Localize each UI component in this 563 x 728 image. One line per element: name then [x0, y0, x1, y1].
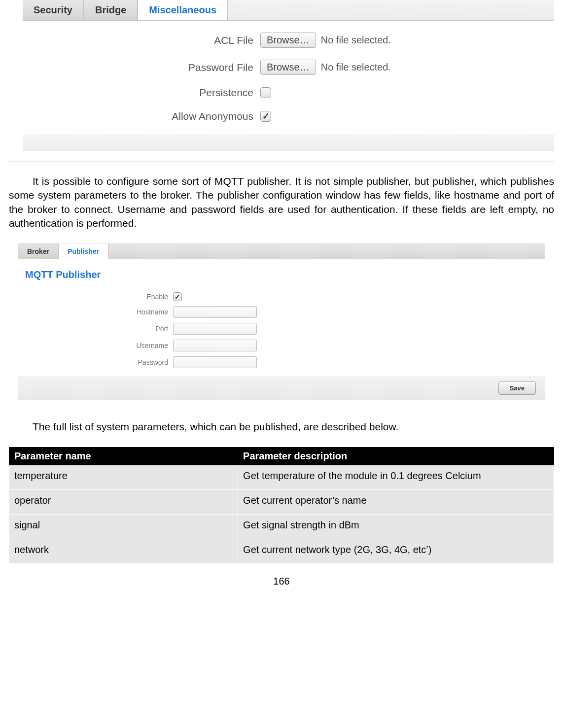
param-name-cell: signal: [9, 514, 238, 539]
password-label: Password: [25, 358, 173, 366]
parameters-table: Parameter name Parameter description tem…: [9, 447, 554, 564]
hostname-row: Hostname: [25, 306, 538, 318]
tab-bridge[interactable]: Bridge: [84, 0, 138, 20]
table-row: operator Get current operator’s name: [9, 489, 554, 514]
port-row: Port: [25, 323, 538, 335]
acl-file-status: No file selected.: [321, 35, 391, 46]
acl-file-label: ACL File: [9, 35, 260, 46]
tab-broker[interactable]: Broker: [18, 243, 59, 259]
persistence-row: Persistence: [9, 87, 554, 99]
hostname-label: Hostname: [25, 308, 173, 316]
password-file-row: Password File Browse… No file selected.: [9, 60, 554, 75]
enable-label: Enable: [25, 293, 173, 301]
persistence-checkbox[interactable]: [260, 87, 271, 98]
persistence-label: Persistence: [9, 87, 260, 99]
misc-panel-footer: [23, 134, 554, 151]
table-row: temperature Get temperature of the modul…: [9, 465, 554, 489]
allow-anonymous-checkbox[interactable]: [260, 111, 271, 122]
table-row: signal Get signal strength in dBm: [9, 514, 554, 539]
param-desc-cell: Get current operator’s name: [238, 489, 554, 514]
port-input[interactable]: [173, 323, 257, 335]
table-row: network Get current network type (2G, 3G…: [9, 539, 554, 563]
misc-settings-panel: Security Bridge Miscellaneous ACL File B…: [9, 0, 554, 162]
header-parameter-description: Parameter description: [238, 447, 554, 465]
param-name-cell: temperature: [9, 465, 238, 489]
hostname-input[interactable]: [173, 306, 257, 318]
username-label: Username: [25, 342, 173, 349]
password-file-status: No file selected.: [321, 62, 391, 73]
mqtt-publisher-intro-paragraph: It is possible to configure some sort of…: [9, 174, 554, 230]
publisher-body: MQTT Publisher Enable Hostname Port User…: [18, 259, 545, 376]
param-desc-cell: Get signal strength in dBm: [238, 514, 554, 539]
publisher-title: MQTT Publisher: [25, 269, 538, 280]
enable-row: Enable: [25, 292, 538, 301]
param-name-cell: operator: [9, 489, 238, 514]
table-header-row: Parameter name Parameter description: [9, 447, 554, 465]
username-input[interactable]: [173, 340, 257, 351]
save-button[interactable]: Save: [498, 381, 536, 395]
tab-security[interactable]: Security: [23, 0, 84, 20]
publisher-tab-strip: Broker Publisher: [18, 243, 545, 259]
allow-anonymous-label: Allow Anonymous: [9, 110, 260, 122]
param-desc-cell: Get temperature of the module in 0.1 deg…: [238, 465, 554, 489]
enable-checkbox[interactable]: [173, 292, 182, 301]
page-number: 166: [9, 576, 554, 587]
publisher-tab-spacer: [108, 243, 545, 259]
header-parameter-name: Parameter name: [9, 447, 238, 465]
misc-tab-strip: Security Bridge Miscellaneous: [23, 0, 554, 21]
publisher-footer: Save: [18, 376, 545, 400]
tab-strip-spacer: [228, 0, 554, 20]
param-desc-cell: Get current network type (2G, 3G, 4G, et…: [238, 539, 554, 563]
password-browse-button[interactable]: Browse…: [260, 60, 316, 75]
param-name-cell: network: [9, 539, 238, 563]
allow-anonymous-row: Allow Anonymous: [9, 110, 554, 122]
username-row: Username: [25, 340, 538, 351]
tab-miscellaneous[interactable]: Miscellaneous: [138, 0, 228, 20]
password-file-label: Password File: [9, 62, 260, 73]
parameters-intro-paragraph: The full list of system parameters, whic…: [9, 420, 554, 434]
password-row: Password: [25, 356, 538, 368]
tab-publisher[interactable]: Publisher: [59, 243, 108, 259]
publisher-panel: Broker Publisher MQTT Publisher Enable H…: [18, 243, 545, 400]
password-input[interactable]: [173, 356, 257, 368]
acl-file-row: ACL File Browse… No file selected.: [9, 33, 554, 48]
port-label: Port: [25, 325, 173, 333]
acl-browse-button[interactable]: Browse…: [260, 33, 316, 48]
